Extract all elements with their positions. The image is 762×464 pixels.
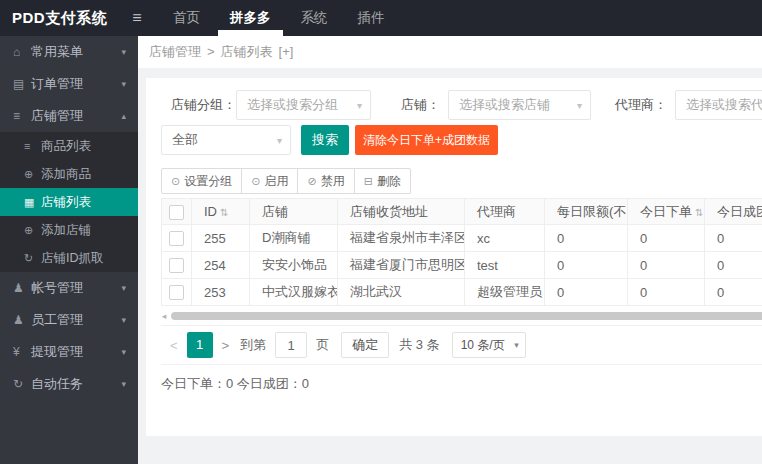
plus-circle-icon: ⊕ (24, 216, 41, 244)
refresh-icon: ↻ (24, 244, 41, 272)
row-checkbox[interactable] (169, 258, 184, 273)
radio-icon: ⊙ (251, 175, 260, 188)
prev-page-button[interactable]: < (161, 338, 187, 353)
agent-label: 代理商： (615, 96, 667, 114)
chevron-down-icon: ▾ (277, 135, 282, 146)
submenu-item-add-product[interactable]: ⊕添加商品 (0, 160, 138, 188)
sidebar-item-staff-management[interactable]: ♟员工管理 ▾ (0, 304, 138, 336)
top-nav: 首页 拼多多 系统 插件 (158, 0, 400, 36)
nav-item-home[interactable]: 首页 (158, 0, 215, 36)
submenu-item-shop-id-crawl[interactable]: ↻店铺ID抓取 (0, 244, 138, 272)
list-icon: ≡ (13, 100, 31, 132)
cell-agent: test (465, 252, 545, 279)
cell-shop: 安安小饰品 (250, 252, 338, 279)
total-count-label: 共 3 条 (399, 336, 439, 354)
delete-button[interactable]: ⊟删除 (354, 168, 411, 194)
shop-list-panel: 店铺分组： 选择或搜索分组 ▾ 店铺： 选择或搜索店铺 ▾ 代理商： 选择或搜索… (146, 78, 762, 436)
sidebar-item-common-menu[interactable]: ⌂常用菜单 ▾ (0, 36, 138, 68)
cell-address: 福建省厦门市思明区... (338, 252, 465, 279)
breadcrumb: 店铺管理>店铺列表[+] (138, 36, 762, 68)
shop-select[interactable]: 选择或搜索店铺 ▾ (448, 90, 591, 120)
refresh-icon: ↻ (13, 368, 31, 400)
sidebar-item-shop-management[interactable]: ≡店铺管理 ▴ (0, 100, 138, 132)
breadcrumb-current[interactable]: 店铺列表 (221, 44, 273, 59)
disable-label: 禁用 (321, 173, 345, 190)
sidebar-item-order-management[interactable]: ▤订单管理 ▾ (0, 68, 138, 100)
enable-button[interactable]: ⊙启用 (241, 168, 298, 194)
submenu-item-shop-list[interactable]: ▦店铺列表 (0, 188, 138, 216)
submenu-item-label: 添加店铺 (41, 223, 91, 237)
column-header-daily-limit: 每日限额(不... (545, 199, 628, 225)
cell-address: 福建省泉州市丰泽区 (338, 225, 465, 252)
chevron-down-icon: ▾ (121, 304, 126, 336)
delete-label: 删除 (377, 173, 401, 190)
top-bar: PDD支付系统 ≡ 首页 拼多多 系统 插件 (0, 0, 762, 36)
cell-today-order: 0 (628, 279, 705, 306)
agent-select[interactable]: 选择或搜索代理 ▾ (675, 90, 762, 120)
cell-id: 253 (192, 279, 250, 306)
chevron-down-icon: ▾ (121, 272, 126, 304)
search-button[interactable]: 搜索 (301, 125, 349, 155)
main-content: 店铺管理>店铺列表[+] 店铺分组： 选择或搜索分组 ▾ 店铺： 选择或搜索店铺… (138, 36, 762, 464)
users-icon: ♟ (13, 304, 31, 336)
sidebar-item-account-management[interactable]: ♟帐号管理 ▾ (0, 272, 138, 304)
set-group-button[interactable]: ⊙设置分组 (161, 168, 242, 194)
clear-today-data-button[interactable]: 清除今日下单+成团数据 (355, 125, 498, 155)
submenu-item-label: 商品列表 (41, 139, 91, 153)
submenu-item-label: 店铺ID抓取 (41, 251, 104, 265)
shop-group-label: 店铺分组： (171, 96, 236, 114)
pagination-bar: < 1 > 到第 页 确定 共 3 条 10 条/页 ▾ (161, 325, 762, 365)
sidebar-item-label: 常用菜单 (31, 44, 83, 59)
cell-today-order: 0 (628, 225, 705, 252)
status-select[interactable]: 全部 ▾ (161, 125, 291, 155)
sort-icon[interactable]: ⇅ (695, 207, 703, 218)
scroll-left-icon[interactable]: ◂ (157, 311, 171, 321)
page-jump-input[interactable] (275, 332, 307, 358)
nav-item-pinduoduo[interactable]: 拼多多 (215, 0, 286, 36)
chevron-down-icon: ▾ (514, 340, 519, 350)
row-checkbox[interactable] (169, 231, 184, 246)
list-icon: ≡ (24, 132, 41, 160)
enable-label: 启用 (264, 173, 288, 190)
nav-item-plugins[interactable]: 插件 (343, 0, 400, 36)
cell-agent: 超级管理员 (465, 279, 545, 306)
cell-shop: D潮商铺 (250, 225, 338, 252)
submenu-item-label: 店铺列表 (41, 195, 91, 209)
sidebar-item-auto-tasks[interactable]: ↻自动任务 ▾ (0, 368, 138, 400)
horizontal-scrollbar: ◂ (157, 311, 762, 321)
next-page-button[interactable]: > (213, 338, 239, 353)
orders-icon: ▤ (13, 68, 31, 100)
select-all-checkbox[interactable] (169, 205, 184, 220)
submenu-item-add-shop[interactable]: ⊕添加店铺 (0, 216, 138, 244)
open-in-new-tab-link[interactable]: [+] (279, 44, 294, 59)
column-header-shop: 店铺 (250, 199, 338, 225)
column-header-id[interactable]: ID⇅ (192, 199, 250, 225)
row-checkbox[interactable] (169, 285, 184, 300)
submenu-item-product-list[interactable]: ≡商品列表 (0, 132, 138, 160)
trash-icon: ⊟ (364, 175, 373, 188)
disable-button[interactable]: ⊘禁用 (297, 168, 354, 194)
breadcrumb-parent[interactable]: 店铺管理 (149, 44, 201, 59)
nav-item-system[interactable]: 系统 (286, 0, 343, 36)
table-header-row: ID⇅ 店铺 店铺收货地址 代理商 每日限额(不... 今日下单⇅ 今日成团⇅ (162, 199, 762, 225)
column-header-address: 店铺收货地址 (338, 199, 465, 225)
agent-placeholder: 选择或搜索代理 (686, 96, 762, 114)
shop-management-submenu: ≡商品列表 ⊕添加商品 ▦店铺列表 ⊕添加店铺 ↻店铺ID抓取 (0, 132, 138, 272)
collapse-sidebar-icon[interactable]: ≡ (122, 0, 152, 36)
sidebar-item-withdraw-management[interactable]: ¥提现管理 ▾ (0, 336, 138, 368)
confirm-jump-button[interactable]: 确定 (341, 332, 389, 358)
page-number-button[interactable]: 1 (187, 332, 213, 358)
sidebar-item-label: 员工管理 (31, 312, 83, 327)
column-header-today-group[interactable]: 今日成团⇅ (705, 199, 762, 225)
column-header-today-order[interactable]: 今日下单⇅ (628, 199, 705, 225)
shop-group-placeholder: 选择或搜索分组 (247, 96, 338, 114)
home-icon: ⌂ (13, 36, 31, 68)
cell-daily-limit: 0 (545, 225, 628, 252)
shop-table: ID⇅ 店铺 店铺收货地址 代理商 每日限额(不... 今日下单⇅ 今日成团⇅ … (161, 198, 762, 306)
page-size-select[interactable]: 10 条/页 ▾ (452, 332, 526, 358)
grid-icon: ▦ (24, 188, 41, 216)
sort-icon[interactable]: ⇅ (220, 207, 228, 218)
sidebar-item-label: 订单管理 (31, 76, 83, 91)
horizontal-scrollbar-thumb[interactable] (171, 312, 762, 320)
shop-group-select[interactable]: 选择或搜索分组 ▾ (236, 90, 371, 120)
